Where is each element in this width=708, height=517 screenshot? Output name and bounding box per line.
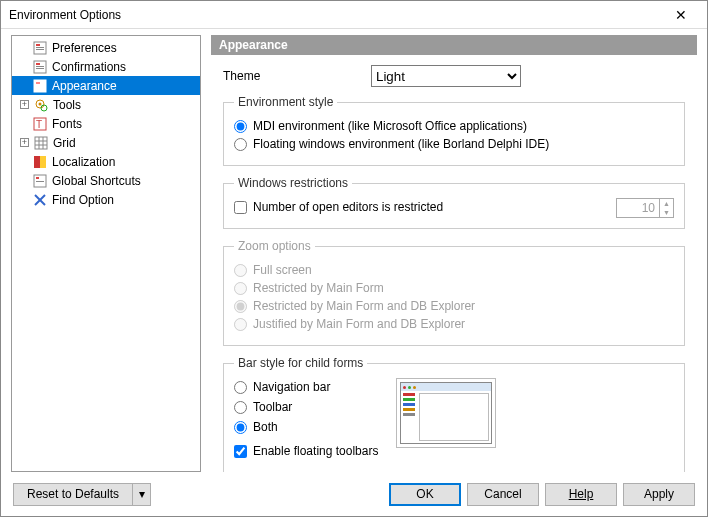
tree-label: Grid [53, 136, 76, 150]
group-bar-style: Bar style for child forms Navigation bar… [223, 356, 685, 472]
radio-navigation-bar[interactable]: Navigation bar [234, 380, 378, 394]
svg-rect-25 [36, 177, 39, 179]
radio-floating[interactable]: Floating windows environment (like Borla… [234, 137, 674, 151]
radio-toolbar[interactable]: Toolbar [234, 400, 378, 414]
fonts-icon: T [32, 116, 48, 132]
tree-label: Confirmations [52, 60, 126, 74]
group-legend: Zoom options [234, 239, 315, 253]
ok-button[interactable]: OK [389, 483, 461, 506]
svg-rect-2 [36, 47, 44, 48]
window-title: Environment Options [9, 8, 661, 22]
spin-down-icon[interactable]: ▼ [660, 208, 673, 217]
group-legend: Environment style [234, 95, 337, 109]
tree-item-preferences[interactable]: Preferences [12, 38, 200, 57]
theme-label: Theme [223, 69, 363, 83]
group-environment-style: Environment style MDI environment (like … [223, 95, 685, 166]
nav-tree[interactable]: Preferences Confirmations Appearance + T… [11, 35, 201, 472]
svg-rect-1 [36, 44, 40, 46]
radio-justified: Justified by Main Form and DB Explorer [234, 317, 674, 331]
svg-rect-26 [36, 181, 44, 182]
titlebar: Environment Options ✕ [1, 1, 707, 29]
page-icon [32, 59, 48, 75]
gear-icon [33, 97, 49, 113]
radio-restricted-main: Restricted by Main Form [234, 281, 674, 295]
editors-input[interactable] [617, 199, 659, 217]
svg-rect-10 [36, 85, 44, 86]
page-icon [32, 40, 48, 56]
svg-rect-9 [36, 82, 40, 84]
svg-rect-5 [36, 63, 40, 65]
group-legend: Windows restrictions [234, 176, 352, 190]
help-button[interactable]: Help [545, 483, 617, 506]
svg-text:T: T [36, 119, 42, 130]
tree-item-localization[interactable]: Localization [12, 152, 200, 171]
svg-rect-6 [36, 66, 44, 67]
svg-rect-22 [34, 156, 40, 168]
content-area: Appearance Theme Light Environment style… [211, 35, 697, 472]
tree-label: Fonts [52, 117, 82, 131]
tree-item-fonts[interactable]: T Fonts [12, 114, 200, 133]
tree-item-confirmations[interactable]: Confirmations [12, 57, 200, 76]
svg-rect-17 [35, 137, 47, 149]
page-title: Appearance [211, 35, 697, 55]
editors-spinner[interactable]: ▲ ▼ [616, 198, 674, 218]
svg-rect-7 [36, 68, 44, 69]
spin-up-icon[interactable]: ▲ [660, 199, 673, 208]
cancel-button[interactable]: Cancel [467, 483, 539, 506]
reset-dropdown-icon[interactable]: ▾ [133, 483, 151, 506]
localization-icon [32, 154, 48, 170]
tree-label: Global Shortcuts [52, 174, 141, 188]
svg-rect-11 [36, 87, 44, 88]
apply-button[interactable]: Apply [623, 483, 695, 506]
radio-mdi[interactable]: MDI environment (like Microsoft Office a… [234, 119, 674, 133]
svg-rect-23 [40, 156, 46, 168]
expand-icon[interactable]: + [20, 138, 29, 147]
tree-label: Tools [53, 98, 81, 112]
reset-button[interactable]: Reset to Defaults [13, 483, 133, 506]
close-button[interactable]: ✕ [661, 1, 701, 28]
radio-restricted-main-db: Restricted by Main Form and DB Explorer [234, 299, 674, 313]
group-zoom-options: Zoom options Full screen Restricted by M… [223, 239, 685, 346]
svg-rect-3 [36, 49, 44, 50]
tree-item-global-shortcuts[interactable]: Global Shortcuts [12, 171, 200, 190]
group-windows-restrictions: Windows restrictions Number of open edit… [223, 176, 685, 229]
check-floating-toolbars[interactable]: Enable floating toolbars [234, 444, 378, 458]
tree-label: Localization [52, 155, 115, 169]
find-icon [32, 192, 48, 208]
grid-icon [33, 135, 49, 151]
page-icon [32, 78, 48, 94]
expand-icon[interactable]: + [20, 100, 29, 109]
reset-split-button[interactable]: Reset to Defaults ▾ [13, 483, 151, 506]
tree-item-find-option[interactable]: Find Option [12, 190, 200, 209]
shortcut-icon [32, 173, 48, 189]
radio-both[interactable]: Both [234, 420, 378, 434]
tree-label: Appearance [52, 79, 117, 93]
dialog-window: Environment Options ✕ Preferences Confir… [0, 0, 708, 517]
svg-point-13 [39, 102, 42, 105]
theme-select[interactable]: Light [371, 65, 521, 87]
tree-item-grid[interactable]: + Grid [12, 133, 200, 152]
tree-label: Preferences [52, 41, 117, 55]
tree-item-tools[interactable]: + Tools [12, 95, 200, 114]
check-restrict-editors[interactable]: Number of open editors is restricted [234, 200, 443, 214]
group-legend: Bar style for child forms [234, 356, 367, 370]
radio-full-screen: Full screen [234, 263, 674, 277]
tree-item-appearance[interactable]: Appearance [12, 76, 200, 95]
tree-label: Find Option [52, 193, 114, 207]
dialog-footer: Reset to Defaults ▾ OK Cancel Help Apply [1, 472, 707, 516]
bar-style-preview [396, 378, 496, 448]
